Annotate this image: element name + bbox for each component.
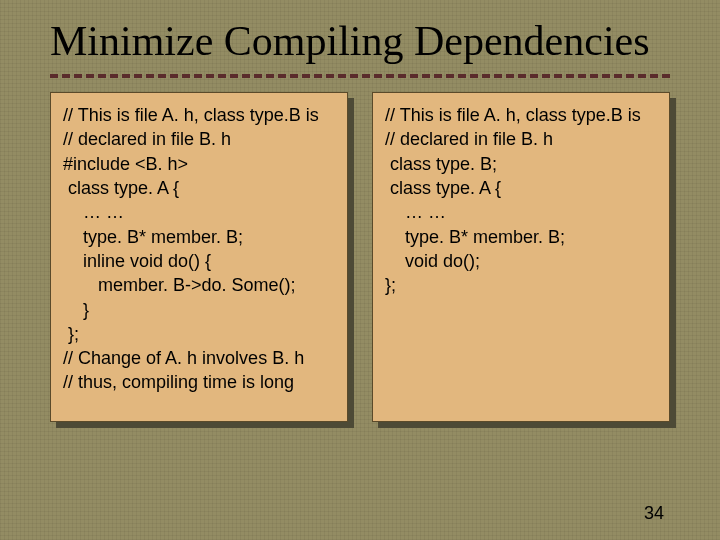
divider: [50, 74, 670, 78]
code-line: type. B* member. B;: [63, 225, 335, 249]
code-line: class type. B;: [385, 152, 657, 176]
code-line: };: [63, 322, 335, 346]
code-line: class type. A {: [385, 176, 657, 200]
page-title: Minimize Compiling Dependencies: [50, 18, 670, 64]
code-panel-left: // This is file A. h, class type.B is //…: [50, 92, 348, 422]
code-panel-right-body: // This is file A. h, class type.B is //…: [372, 92, 670, 422]
code-line: inline void do() {: [63, 249, 335, 273]
code-line: // This is file A. h, class type.B is: [63, 103, 335, 127]
code-line: // declared in file B. h: [63, 127, 335, 151]
code-line: // thus, compiling time is long: [63, 370, 335, 394]
code-line: // declared in file B. h: [385, 127, 657, 151]
slide-number: 34: [644, 503, 664, 524]
slide: Minimize Compiling Dependencies // This …: [0, 0, 720, 540]
code-line: type. B* member. B;: [385, 225, 657, 249]
code-line: … …: [63, 200, 335, 224]
code-line: };: [385, 273, 657, 297]
code-line: }: [63, 298, 335, 322]
code-line: // This is file A. h, class type.B is: [385, 103, 657, 127]
code-line: … …: [385, 200, 657, 224]
code-line: member. B->do. Some();: [63, 273, 335, 297]
code-panel-right: // This is file A. h, class type.B is //…: [372, 92, 670, 422]
code-line: void do();: [385, 249, 657, 273]
code-line: #include <B. h>: [63, 152, 335, 176]
columns: // This is file A. h, class type.B is //…: [50, 92, 670, 422]
code-panel-left-body: // This is file A. h, class type.B is //…: [50, 92, 348, 422]
code-line: // Change of A. h involves B. h: [63, 346, 335, 370]
code-line: class type. A {: [63, 176, 335, 200]
